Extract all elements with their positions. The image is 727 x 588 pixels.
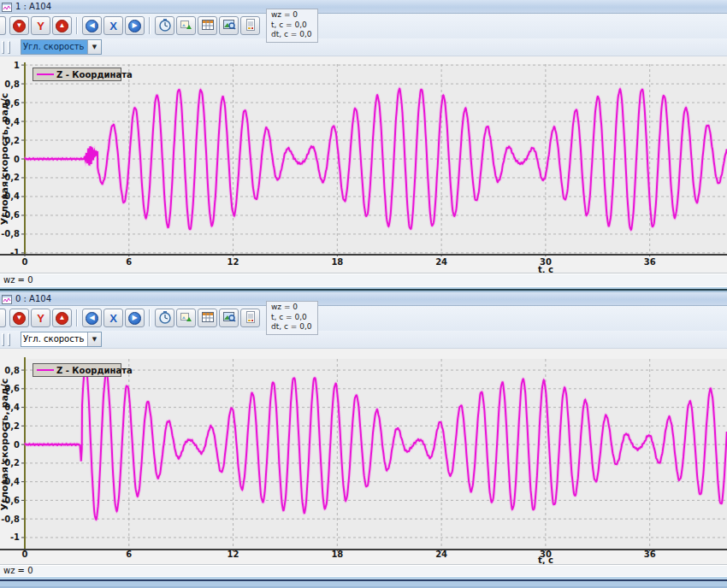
stopwatch-button[interactable] <box>155 309 174 327</box>
readout-wz: wz = 0 <box>271 10 312 21</box>
y-up-button[interactable]: ▲ <box>52 309 72 327</box>
legend-label: Z - Координата <box>56 366 133 375</box>
x-tick-label: 36 <box>644 550 656 559</box>
x-right-button[interactable]: ▶ <box>125 16 145 35</box>
arrow-down-icon: ▼ <box>13 312 26 325</box>
table-icon <box>201 18 215 34</box>
readout-panel: wz = 0 t, c = 0,0 dt, c = 0,0 <box>266 301 318 335</box>
x-left-button[interactable]: ◀ <box>82 309 102 327</box>
snapshot-button[interactable] <box>219 309 239 327</box>
x-tick-label: 24 <box>435 550 447 559</box>
document-icon <box>244 18 257 34</box>
x-axis-button[interactable]: X <box>103 309 123 327</box>
toolbar-grip[interactable] <box>8 333 10 346</box>
y-axis-button[interactable]: Y <box>31 16 50 35</box>
x-right-button[interactable]: ▶ <box>125 309 145 327</box>
y-axis-button[interactable]: Y <box>31 309 50 327</box>
toolbar-grip[interactable] <box>8 41 10 54</box>
signal-select[interactable]: Угл. скорость ▼ <box>21 332 102 347</box>
x-axis-title: t, c <box>538 556 553 564</box>
toolbar-separator <box>76 309 78 326</box>
table-button[interactable] <box>198 309 217 327</box>
toolbar-grip[interactable] <box>2 333 4 346</box>
y-tick-label: 0,8 <box>4 366 20 375</box>
x-tick-label: 6 <box>126 550 132 559</box>
y-up-button[interactable]: ▲ <box>52 16 72 35</box>
x-left-button[interactable]: ◀ <box>82 16 102 35</box>
report-button[interactable] <box>240 309 260 327</box>
stopwatch-icon <box>158 310 172 326</box>
y-tick-label: -1 <box>10 532 20 542</box>
readout-t: t, c = 0,0 <box>271 21 312 31</box>
export-image-button[interactable] <box>176 16 196 35</box>
report-button[interactable] <box>240 16 260 35</box>
legend-label: Z - Координата <box>56 70 133 79</box>
x-tick-label: 0 <box>22 257 28 267</box>
status-text: wz = 0 <box>3 566 33 575</box>
x-tick-label: 0 <box>22 550 28 559</box>
status-text: wz = 0 <box>3 275 33 285</box>
image-arrow-icon <box>180 310 193 326</box>
toolbar-separator <box>149 309 151 326</box>
chart-area: 10,80,60,40,20-0,2-0,4-0,6-0,8-106121824… <box>0 56 727 273</box>
y-tick-label: 0 <box>14 155 20 164</box>
arrow-right-icon: ▶ <box>128 20 141 32</box>
dropdown-button[interactable]: ▼ <box>87 40 101 54</box>
toolbar: ▼ Y ▲ ◀ X ▶ wz = 0 t, c = 0,0 dt, c = 0,… <box>0 14 727 38</box>
readout-dt: dt, c = 0,0 <box>271 322 312 332</box>
y-down-button[interactable]: ▼ <box>9 16 29 35</box>
toolbar-grip[interactable] <box>0 16 6 35</box>
x-tick-label: 12 <box>228 550 239 559</box>
background-window-edge <box>0 576 727 588</box>
signal-select-value: Угл. скорость <box>21 40 87 54</box>
status-bar: wz = 0 <box>0 564 727 576</box>
arrow-up-icon: ▲ <box>56 20 68 32</box>
x-tick-label: 12 <box>228 257 239 267</box>
chart-canvas[interactable]: 0,80,60,40,20-0,2-0,4-0,6-0,8-1061218243… <box>0 349 727 564</box>
y-tick-label: 0,8 <box>4 79 20 89</box>
y-tick-label: -0,8 <box>1 229 20 238</box>
y-axis-title: Угловая скорость, рад/с <box>0 93 10 226</box>
window-title: 0 : A104 <box>15 294 51 303</box>
snapshot-button[interactable] <box>219 16 239 35</box>
x-axis-button[interactable]: X <box>103 16 123 35</box>
window-border <box>0 286 727 292</box>
toolbar-grip[interactable] <box>0 309 6 327</box>
toolbar: ▼ Y ▲ ◀ X ▶ wz = 0 t, c = 0,0 dt, c = 0,… <box>0 306 727 331</box>
signal-select[interactable]: Угл. скорость ▼ <box>21 39 102 55</box>
readout-panel: wz = 0 t, c = 0,0 dt, c = 0,0 <box>266 9 318 43</box>
y-tick-label: -1 <box>10 248 20 257</box>
arrow-left-icon: ◀ <box>86 20 98 32</box>
chart-window-1: 1 : A104 ▼ Y ▲ ◀ X ▶ wz = 0 t, c = 0,0 d… <box>0 0 727 286</box>
readout-dt: dt, c = 0,0 <box>271 30 312 40</box>
chevron-down-icon: ▼ <box>92 44 97 50</box>
y-tick-label: 1 <box>14 61 20 70</box>
chart-canvas[interactable]: 10,80,60,40,20-0,2-0,4-0,6-0,8-106121824… <box>0 56 727 273</box>
chart-window-0: 0 : A104 ▼ Y ▲ ◀ X ▶ wz = 0 t, c = 0,0 d… <box>0 292 727 576</box>
window-chart-icon <box>2 2 12 12</box>
window-titlebar[interactable]: 1 : A104 <box>0 0 727 14</box>
window-title: 1 : A104 <box>15 2 51 11</box>
x-axis-title: t, c <box>538 265 553 273</box>
x-tick-label: 24 <box>435 257 447 267</box>
x-tick-label: 18 <box>331 550 343 559</box>
export-image-button[interactable] <box>176 309 196 327</box>
chart-area: 0,80,60,40,20-0,2-0,4-0,6-0,8-1061218243… <box>0 349 727 564</box>
toolbar-separator <box>149 17 151 34</box>
signal-select-value: Угл. скорость <box>21 332 87 346</box>
signal-select-row: Угл. скорость ▼ <box>0 38 727 56</box>
table-button[interactable] <box>198 16 217 35</box>
window-chart-icon <box>2 294 12 304</box>
chevron-down-icon: ▼ <box>92 337 97 343</box>
stopwatch-button[interactable] <box>155 16 174 35</box>
y-tick-label: 0 <box>14 440 20 450</box>
y-down-button[interactable]: ▼ <box>9 309 29 327</box>
toolbar-grip[interactable] <box>2 41 4 54</box>
arrow-up-icon: ▲ <box>56 312 68 325</box>
dropdown-button[interactable]: ▼ <box>87 332 101 346</box>
toolbar-separator <box>76 17 78 34</box>
table-icon <box>201 310 215 326</box>
window-titlebar[interactable]: 0 : A104 <box>0 292 727 306</box>
picture-magnifier-icon <box>222 18 236 34</box>
readout-t: t, c = 0,0 <box>271 313 312 323</box>
